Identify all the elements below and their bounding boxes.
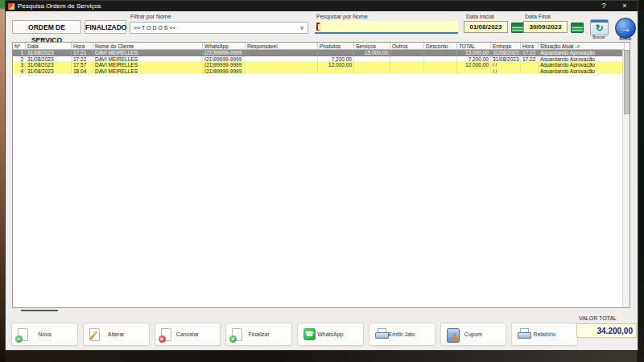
cupom-label: Cupom	[464, 331, 483, 337]
cell-produtos	[318, 50, 354, 56]
cell-servicos	[354, 62, 390, 68]
title-bar: Pesquisa Ordem de Serviços ? ×	[6, 1, 638, 11]
table-header-row: NºDataHoraNome do ClienteWhatsAppRespons…	[13, 43, 625, 50]
calendar-icon[interactable]	[511, 23, 524, 33]
col-header-produtos[interactable]: Produtos	[318, 43, 354, 50]
relatorio-label: Relatório	[534, 331, 556, 337]
search-name-input[interactable]	[315, 21, 458, 34]
cell-entrega: 31/08/2023	[491, 50, 521, 56]
finalizado-button[interactable]: FINALIZADO	[85, 20, 126, 34]
cancelar-button[interactable]: × Cancelar	[155, 323, 221, 346]
table-row[interactable]: 431/08/202318:04DAVI MEIRELLES(21)99999-…	[13, 68, 625, 75]
col-header-entrega[interactable]: Entrega	[491, 43, 521, 50]
emitir-jato-button[interactable]: Emitir Jato	[369, 323, 436, 346]
app-window: Pesquisa Ordem de Serviços ? × ORDEM DE …	[5, 0, 638, 351]
cell-situacao: Aguardando Aprovação	[539, 62, 625, 68]
cell-hora2: 17:22	[521, 56, 539, 63]
refresh-icon[interactable]: ↻	[590, 19, 609, 35]
cell-data: 31/08/2023	[26, 68, 72, 75]
data-final-field[interactable]: 30/09/2023	[523, 21, 568, 33]
cell-responsavel	[246, 50, 318, 56]
cell-servicos	[354, 56, 390, 63]
cell-situacao: Aguardando Aprovação	[539, 68, 625, 75]
buscar-caption: Buscar	[613, 36, 638, 41]
cell-n: 1	[13, 50, 26, 56]
cupom-button[interactable]: Cupom	[440, 323, 507, 346]
cell-hora: 17:21	[72, 50, 93, 56]
new-document-icon: +	[18, 328, 28, 341]
cell-desconto	[424, 68, 457, 75]
col-header-data[interactable]: Data	[26, 43, 72, 50]
scrollbar-thumb[interactable]	[624, 50, 630, 114]
cell-servicos	[354, 68, 390, 75]
col-header-outros[interactable]: Outros	[390, 43, 424, 50]
close-button[interactable]: ×	[615, 1, 634, 11]
ordem-de-servico-button[interactable]: ORDEM DE SERVIÇO	[12, 20, 81, 34]
cell-responsavel	[246, 62, 318, 68]
cell-hora2	[521, 62, 539, 68]
calendar-icon[interactable]	[571, 23, 584, 33]
refresh-caption: Buscar	[587, 35, 611, 39]
cell-total: 7.200,00	[457, 56, 491, 63]
col-header-total[interactable]: TOTAL	[457, 43, 491, 50]
cell-servicos: 15.000,00	[354, 50, 390, 56]
cell-entrega: / /	[491, 68, 521, 75]
col-header-hora[interactable]: Hora	[72, 43, 93, 50]
whatsapp-icon: ☎	[303, 328, 316, 340]
table-row[interactable]: 231/08/202317:22DAVI MEIRELLES(21)99999-…	[13, 56, 625, 63]
horizontal-scrollbar-thumb[interactable]	[21, 310, 58, 311]
cell-situacao: Aguardando Aprovação	[539, 56, 625, 63]
cell-responsavel	[246, 56, 318, 63]
cell-data: 31/08/2023	[26, 56, 72, 63]
filter-name-value: >> T O D O S <<	[134, 25, 176, 31]
alterar-label: Alterar	[108, 331, 125, 337]
col-header-n[interactable]: Nº	[13, 43, 26, 50]
col-header-whatsapp[interactable]: WhatsApp	[203, 43, 246, 50]
col-header-situacao[interactable]: Situação Atual ->	[539, 43, 625, 50]
pencil-icon	[89, 331, 97, 340]
cell-desconto	[424, 50, 457, 56]
whatsapp-button[interactable]: ☎ WhatsApp	[297, 323, 364, 346]
vertical-scrollbar[interactable]	[622, 50, 630, 307]
col-header-responsavel[interactable]: Responsável	[246, 43, 318, 50]
finalizar-button[interactable]: ✓ Finalizar	[225, 323, 292, 346]
cell-produtos	[318, 68, 354, 75]
cell-n: 4	[13, 68, 26, 75]
cell-whatsapp: (21)99999-9999	[203, 68, 246, 75]
cell-hora: 18:04	[72, 68, 93, 75]
cell-total	[457, 68, 491, 75]
cell-cliente: DAVI MEIRELLES	[93, 50, 203, 56]
x-badge-icon: ×	[159, 335, 166, 343]
cell-data: 31/08/2023	[26, 62, 72, 68]
nova-button[interactable]: + Nova	[11, 323, 78, 346]
chevron-down-icon: ∨	[299, 23, 304, 34]
alterar-button[interactable]: Alterar	[83, 323, 150, 346]
coupon-person-icon	[447, 328, 460, 343]
cell-outros	[390, 50, 424, 56]
cell-responsavel	[246, 68, 318, 75]
table-row[interactable]: 131/08/202317:21DAVI MEIRELLES(21)99999-…	[13, 50, 625, 56]
col-header-servicos[interactable]: Serviços	[354, 43, 390, 50]
check-badge-icon: ✓	[229, 335, 237, 343]
data-inicial-label: Data Inicial	[466, 14, 494, 19]
cell-whatsapp: (21)99999-9999	[203, 56, 246, 63]
relatorio-button[interactable]: Relatório	[511, 323, 578, 346]
cell-total: 12.000,00	[457, 62, 491, 68]
data-inicial-field[interactable]: 01/08/2023	[464, 21, 508, 33]
cancelar-label: Cancelar	[176, 331, 199, 337]
help-button[interactable]: ?	[594, 1, 613, 11]
finalizar-label: Finalizar	[248, 331, 269, 337]
cell-cliente: DAVI MEIRELLES	[93, 62, 203, 68]
col-header-hora2[interactable]: Hora	[521, 43, 539, 50]
filter-name-dropdown[interactable]: >> T O D O S << ∨	[130, 22, 308, 34]
cell-cliente: DAVI MEIRELLES	[93, 56, 203, 63]
cell-outros	[390, 56, 424, 63]
col-header-cliente[interactable]: Nome do Cliente	[93, 43, 203, 50]
cell-n: 2	[13, 56, 26, 63]
table-row[interactable]: 331/08/202317:57DAVI MEIRELLES(21)99999-…	[13, 62, 625, 68]
cell-hora: 17:57	[72, 62, 93, 68]
cell-total: 15.000,00	[457, 50, 491, 56]
cell-hora: 17:22	[72, 56, 93, 63]
col-header-desconto[interactable]: Desconto	[424, 43, 457, 50]
cell-whatsapp: (21)99999-9999	[203, 50, 246, 56]
